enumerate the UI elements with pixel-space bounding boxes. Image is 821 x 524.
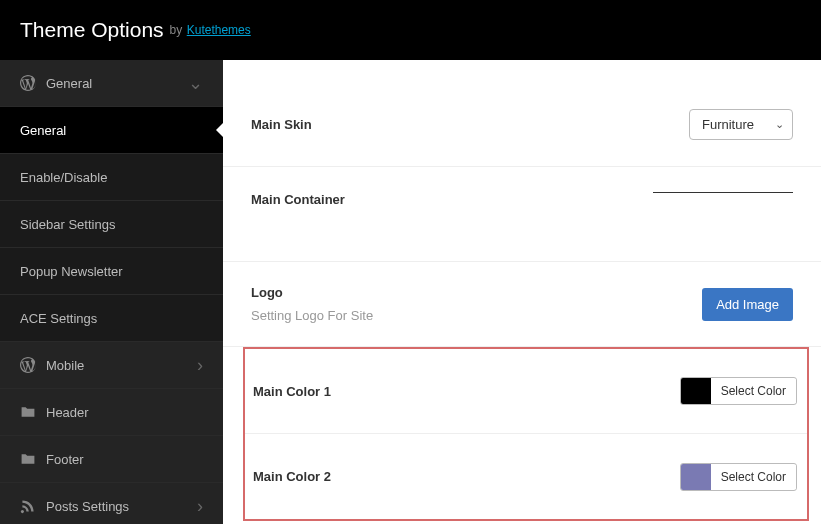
sidebar-item-sidebar-settings[interactable]: Sidebar Settings — [0, 201, 223, 248]
sidebar-section-posts[interactable]: Posts Settings › — [0, 483, 223, 524]
sidebar-label: Footer — [46, 452, 84, 467]
highlighted-section: Main Color 1 Select Color Main Color 2 S… — [243, 347, 809, 521]
field-label: Main Skin — [251, 117, 312, 132]
sidebar-label: General — [46, 76, 92, 91]
sidebar-section-general[interactable]: General ⌄ — [0, 60, 223, 107]
field-label: Main Color 1 — [253, 384, 331, 399]
sidebar-section-footer[interactable]: Footer — [0, 436, 223, 483]
by-text: by — [170, 23, 183, 37]
row-main-skin: Main Skin Furniture ⌄ — [223, 82, 821, 167]
sidebar-label: Enable/Disable — [20, 170, 107, 185]
chevron-right-icon: › — [197, 496, 203, 517]
sidebar-label: General — [20, 123, 66, 138]
sidebar: General ⌄ General Enable/Disable Sidebar… — [0, 60, 223, 524]
page-header: Theme Options by Kutethemes — [0, 0, 821, 60]
row-main-container: Main Container — [223, 167, 821, 262]
chevron-right-icon: › — [197, 355, 203, 376]
wordpress-icon — [20, 357, 36, 373]
sidebar-label: Mobile — [46, 358, 84, 373]
color-swatch — [681, 378, 711, 404]
sidebar-label: Posts Settings — [46, 499, 129, 514]
sidebar-label: Header — [46, 405, 89, 420]
row-main-color-1: Main Color 1 Select Color — [245, 349, 807, 434]
select-value: Furniture — [702, 117, 754, 132]
field-label: Logo — [251, 285, 373, 300]
main-skin-select[interactable]: Furniture ⌄ — [689, 109, 793, 140]
color-picker-1[interactable]: Select Color — [680, 377, 797, 405]
row-main-color-2: Main Color 2 Select Color — [245, 434, 807, 519]
field-label: Main Color 2 — [253, 469, 331, 484]
sidebar-label: Popup Newsletter — [20, 264, 123, 279]
color-swatch — [681, 464, 711, 490]
author-link[interactable]: Kutethemes — [187, 23, 251, 37]
page-title: Theme Options — [20, 18, 164, 42]
sidebar-label: Sidebar Settings — [20, 217, 115, 232]
sidebar-item-popup[interactable]: Popup Newsletter — [0, 248, 223, 295]
folder-icon — [20, 451, 36, 467]
field-description: Setting Logo For Site — [251, 308, 373, 323]
add-image-button[interactable]: Add Image — [702, 288, 793, 321]
sidebar-section-mobile[interactable]: Mobile › — [0, 342, 223, 389]
select-color-label: Select Color — [711, 465, 796, 489]
rss-icon — [20, 498, 36, 514]
select-color-label: Select Color — [711, 379, 796, 403]
content-panel: Main Skin Furniture ⌄ Main Container Log… — [223, 60, 821, 524]
chevron-down-icon: ⌄ — [775, 118, 784, 131]
field-label: Main Container — [251, 192, 345, 207]
chevron-down-icon: ⌄ — [188, 72, 203, 94]
sidebar-item-general[interactable]: General — [0, 107, 223, 154]
sidebar-section-header[interactable]: Header — [0, 389, 223, 436]
sidebar-item-ace[interactable]: ACE Settings — [0, 295, 223, 342]
row-logo: Logo Setting Logo For Site Add Image — [223, 262, 821, 347]
container-control[interactable] — [653, 192, 793, 193]
folder-icon — [20, 404, 36, 420]
sidebar-item-enable[interactable]: Enable/Disable — [0, 154, 223, 201]
sidebar-label: ACE Settings — [20, 311, 97, 326]
wordpress-icon — [20, 75, 36, 91]
color-picker-2[interactable]: Select Color — [680, 463, 797, 491]
